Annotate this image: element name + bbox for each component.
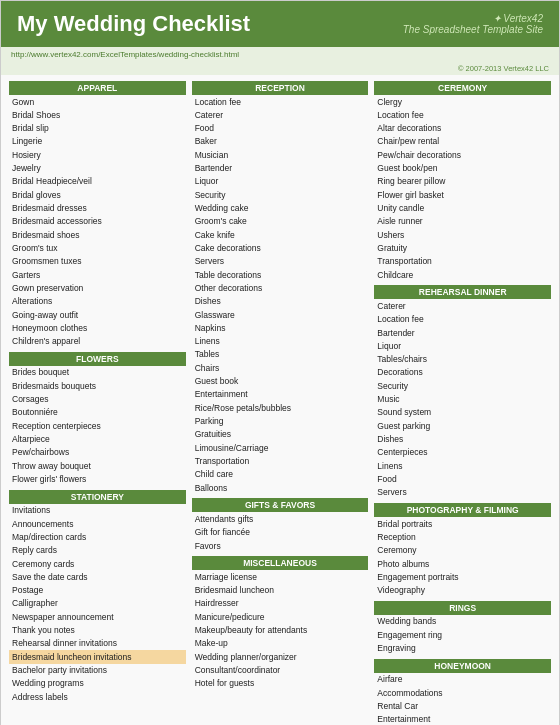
section-header-2-0: CEREMONY: [374, 81, 551, 95]
list-item: Linens: [192, 335, 369, 348]
list-item: Caterer: [374, 299, 551, 312]
list-item: Unity candle: [374, 202, 551, 215]
list-item: Ceremony: [374, 544, 551, 557]
list-item: Pew/chair decorations: [374, 148, 551, 161]
list-item: Clergy: [374, 95, 551, 108]
list-item: Altarpiece: [9, 433, 186, 446]
list-item: Bachelor party invitations: [9, 664, 186, 677]
column-1: APPARELGownBridal ShoesBridal slipLinger…: [9, 81, 186, 725]
list-item: Bridesmaid dresses: [9, 202, 186, 215]
section-header-1-1: GIFTS & FAVORS: [192, 498, 369, 512]
list-item: Gratuity: [374, 241, 551, 254]
list-item: Bartender: [374, 326, 551, 339]
list-item: Wedding programs: [9, 677, 186, 690]
list-item: Marriage license: [192, 570, 369, 583]
main-content: APPARELGownBridal ShoesBridal slipLinger…: [1, 75, 559, 725]
list-item: Corsages: [9, 393, 186, 406]
list-item: Brides bouquet: [9, 366, 186, 379]
section-header-0-2: STATIONERY: [9, 490, 186, 504]
list-item: Dishes: [192, 295, 369, 308]
list-item: Accommodations: [374, 686, 551, 699]
list-item: Bridal slip: [9, 122, 186, 135]
page-title: My Wedding Checklist: [17, 11, 250, 37]
list-item: Wedding cake: [192, 202, 369, 215]
list-item: Security: [374, 379, 551, 392]
list-item: Groom's cake: [192, 215, 369, 228]
list-item: Rental Car: [374, 700, 551, 713]
list-item: Photo albums: [374, 557, 551, 570]
list-item: Musician: [192, 148, 369, 161]
list-item: Bridesmaid luncheon invitations: [9, 650, 186, 663]
section-header-0-0: APPAREL: [9, 81, 186, 95]
list-item: Jewelry: [9, 162, 186, 175]
list-item: Announcements: [9, 517, 186, 530]
column-2: RECEPTIONLocation feeCatererFoodBakerMus…: [192, 81, 369, 725]
list-item: Cake knife: [192, 228, 369, 241]
list-item: Hosiery: [9, 148, 186, 161]
list-item: Reception: [374, 530, 551, 543]
list-item: Hairdresser: [192, 597, 369, 610]
header: My Wedding Checklist ✦ Vertex42 The Spre…: [1, 1, 559, 47]
copyright-top: © 2007-2013 Vertex42 LLC: [1, 62, 559, 75]
list-item: Engraving: [374, 642, 551, 655]
list-item: Parking: [192, 415, 369, 428]
list-item: Map/direction cards: [9, 530, 186, 543]
list-item: Entertainment: [374, 713, 551, 725]
list-item: Throw away bouquet: [9, 459, 186, 472]
list-item: Chair/pew rental: [374, 135, 551, 148]
list-item: Wedding planner/organizer: [192, 650, 369, 663]
list-item: Sound system: [374, 406, 551, 419]
list-item: Garters: [9, 268, 186, 281]
list-item: Liquor: [192, 175, 369, 188]
list-item: Decorations: [374, 366, 551, 379]
list-item: Engagement ring: [374, 628, 551, 641]
list-item: Makeup/beauty for attendants: [192, 624, 369, 637]
list-item: Bridesmaids bouquets: [9, 379, 186, 392]
list-item: Favors: [192, 539, 369, 552]
list-item: Flower girls' flowers: [9, 472, 186, 485]
list-item: Balloons: [192, 481, 369, 494]
list-item: Bridal Headpiece/veil: [9, 175, 186, 188]
list-item: Gratuities: [192, 428, 369, 441]
list-item: Calligrapher: [9, 597, 186, 610]
list-item: Linens: [374, 459, 551, 472]
list-item: Thank you notes: [9, 624, 186, 637]
list-item: Dishes: [374, 433, 551, 446]
list-item: Napkins: [192, 321, 369, 334]
list-item: Tables: [192, 348, 369, 361]
list-item: Caterer: [192, 108, 369, 121]
list-item: Bridal gloves: [9, 188, 186, 201]
section-header-1-0: RECEPTION: [192, 81, 369, 95]
list-item: Flower girl basket: [374, 188, 551, 201]
list-item: Bridesmaid luncheon: [192, 584, 369, 597]
list-item: Location fee: [192, 95, 369, 108]
url-top: http://www.vertex42.com/ExcelTemplates/w…: [1, 47, 559, 62]
list-item: Bridesmaid shoes: [9, 228, 186, 241]
list-item: Wedding bands: [374, 615, 551, 628]
list-item: Hotel for guests: [192, 677, 369, 690]
list-item: Security: [192, 188, 369, 201]
list-item: Boutonniére: [9, 406, 186, 419]
list-item: Groom's tux: [9, 241, 186, 254]
list-item: Food: [192, 122, 369, 135]
list-item: Guest parking: [374, 419, 551, 432]
list-item: Groomsmen tuxes: [9, 255, 186, 268]
list-item: Children's apparel: [9, 335, 186, 348]
list-item: Cake decorations: [192, 241, 369, 254]
list-item: Honeymoon clothes: [9, 321, 186, 334]
list-item: Child care: [192, 468, 369, 481]
list-item: Food: [374, 472, 551, 485]
list-item: Airfare: [374, 673, 551, 686]
list-item: Attendants gifts: [192, 512, 369, 525]
list-item: Baker: [192, 135, 369, 148]
list-item: Manicure/pedicure: [192, 610, 369, 623]
list-item: Ushers: [374, 228, 551, 241]
list-item: Invitations: [9, 504, 186, 517]
list-item: Reply cards: [9, 544, 186, 557]
list-item: Childcare: [374, 268, 551, 281]
list-item: Liquor: [374, 339, 551, 352]
list-item: Bartender: [192, 162, 369, 175]
list-item: Pew/chairbows: [9, 446, 186, 459]
section-header-0-1: FLOWERS: [9, 352, 186, 366]
list-item: Ring bearer pillow: [374, 175, 551, 188]
